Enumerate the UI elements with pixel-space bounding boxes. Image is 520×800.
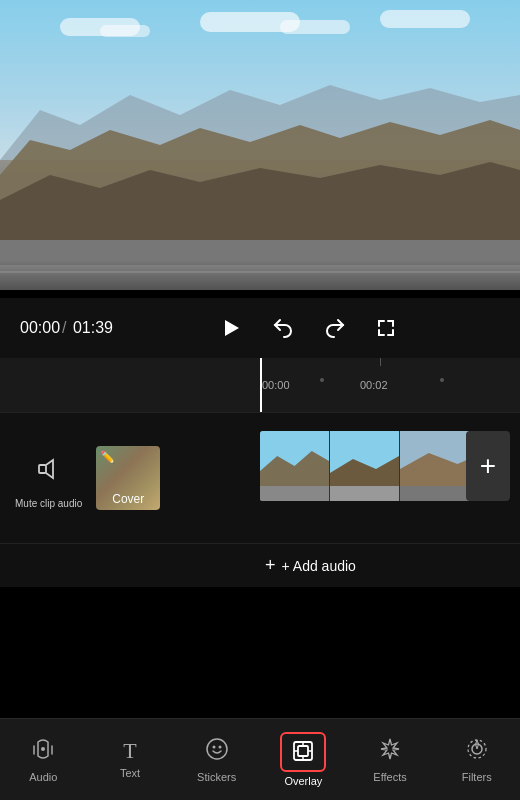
- overlay-label: Overlay: [284, 775, 322, 787]
- filters-label: Filters: [462, 771, 492, 783]
- bottom-toolbar: Audio T Text Stickers: [0, 718, 520, 800]
- add-audio-button[interactable]: + + Add audio: [265, 555, 356, 576]
- clip-frame-2: [330, 431, 400, 501]
- add-audio-label: + Add audio: [282, 558, 356, 574]
- toolbar-item-stickers[interactable]: Stickers: [173, 719, 260, 800]
- add-clip-icon: +: [480, 450, 496, 482]
- toolbar-item-audio[interactable]: Audio: [0, 719, 87, 800]
- add-audio-bar: + + Add audio: [0, 543, 520, 587]
- text-icon: T: [123, 740, 136, 762]
- fullscreen-button[interactable]: [375, 317, 397, 339]
- timeline-label-start: 00:00: [262, 379, 290, 391]
- audio-label: Audio: [29, 771, 57, 783]
- text-label: Text: [120, 767, 140, 779]
- svg-point-17: [41, 747, 45, 751]
- effects-icon: [377, 736, 403, 766]
- toolbar-item-text[interactable]: T Text: [87, 719, 174, 800]
- cover-clip[interactable]: ✏️ Cover: [96, 446, 160, 510]
- svg-rect-13: [330, 486, 399, 501]
- timeline-cursor: [260, 358, 262, 412]
- clips-area: Mute clip audio ✏️ Cover: [0, 413, 520, 543]
- clip-frame-3: [400, 431, 470, 501]
- effects-label: Effects: [373, 771, 406, 783]
- svg-rect-22: [298, 746, 308, 756]
- svg-marker-6: [225, 320, 239, 336]
- toolbar-item-overlay[interactable]: Overlay: [260, 719, 347, 800]
- cover-thumbnail[interactable]: ✏️ Cover: [96, 446, 160, 510]
- svg-point-19: [212, 746, 215, 749]
- svg-rect-7: [39, 465, 46, 473]
- stickers-label: Stickers: [197, 771, 236, 783]
- current-time: 00:00: [20, 319, 60, 336]
- add-clip-button[interactable]: +: [466, 431, 510, 501]
- svg-point-18: [207, 739, 227, 759]
- toolbar-item-effects[interactable]: Effects: [347, 719, 434, 800]
- timeline-label-mid: 00:02: [360, 379, 388, 391]
- stickers-icon: [204, 736, 230, 766]
- play-button[interactable]: [217, 315, 243, 341]
- timeline-area: 00:00 00:02: [0, 358, 520, 413]
- toolbar-item-filters[interactable]: Filters: [433, 719, 520, 800]
- time-display: 00:00/ 01:39: [20, 319, 113, 337]
- svg-point-20: [218, 746, 221, 749]
- svg-rect-16: [400, 486, 469, 501]
- controls-bar: 00:00/ 01:39: [0, 298, 520, 358]
- filters-icon: [464, 736, 490, 766]
- cover-label: Cover: [112, 492, 144, 506]
- mute-label: Mute clip audio: [15, 497, 82, 510]
- clip-strip: [260, 431, 470, 501]
- video-preview: [0, 0, 520, 290]
- cover-edit-icon: ✏️: [100, 450, 115, 464]
- add-audio-plus-icon: +: [265, 555, 276, 576]
- total-time: 01:39: [73, 319, 113, 336]
- audio-icon: [30, 736, 56, 766]
- redo-button[interactable]: [323, 316, 347, 340]
- preview-separator: [0, 290, 520, 298]
- clip-frame-1: [260, 431, 330, 501]
- undo-button[interactable]: [271, 316, 295, 340]
- mute-clip-button[interactable]: Mute clip audio: [15, 447, 82, 510]
- mute-icon: [27, 447, 71, 491]
- overlay-icon-wrapper: [280, 732, 326, 772]
- svg-rect-10: [260, 486, 329, 501]
